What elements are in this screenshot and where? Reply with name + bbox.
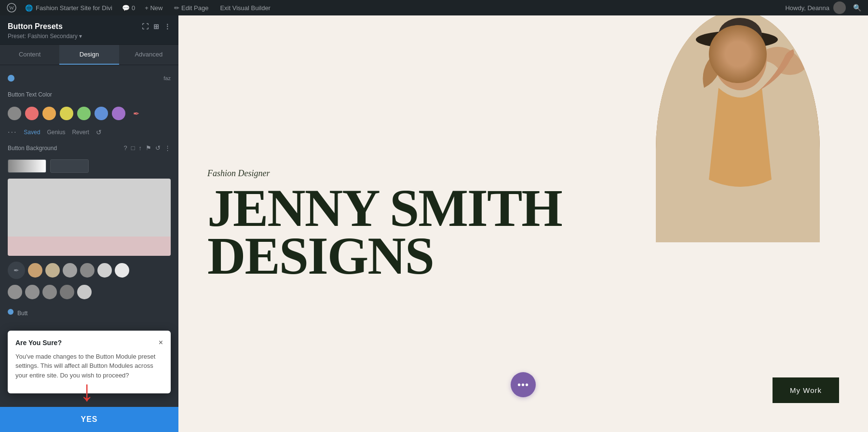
confirm-close-button[interactable]: × — [159, 338, 163, 347]
svg-point-5 — [719, 18, 762, 52]
purple-dots-button[interactable]: ••• — [511, 372, 536, 397]
hero-arch-image — [656, 15, 820, 242]
action-row: ··· Saved Genius Revert ↺ — [8, 126, 171, 139]
exit-vb-label: Exit Visual Builder — [220, 4, 271, 12]
swatch-gray[interactable] — [8, 107, 21, 120]
edit-page-button[interactable]: ✏ Edit Page — [168, 4, 214, 12]
swatch-purple[interactable] — [112, 107, 125, 120]
swatch-tan[interactable] — [28, 263, 42, 278]
help-icon[interactable]: ? — [123, 144, 127, 152]
color-input-left[interactable] — [8, 159, 46, 173]
swatch-gray8[interactable] — [42, 285, 57, 299]
up-icon[interactable]: ↑ — [139, 144, 142, 152]
panel-title: Button Presets ⛶ ⊞ ⋮ — [8, 22, 171, 31]
howdy-section: Howdy, Deanna — [781, 1, 850, 14]
purple-dots-icon: ••• — [517, 379, 529, 390]
my-work-button[interactable]: My Work — [773, 377, 839, 403]
yes-button-container: Yes — [0, 407, 178, 432]
swatch-row-2 — [8, 285, 171, 299]
color-inputs-row — [8, 159, 171, 173]
swatch-gray10[interactable] — [77, 285, 92, 299]
more-bg-icon[interactable]: ⋮ — [164, 144, 171, 152]
svg-point-3 — [714, 28, 767, 90]
comment-count[interactable]: 💬 0 — [118, 4, 139, 12]
color-swatches: ✒ — [8, 107, 171, 120]
swatch-blue[interactable] — [95, 107, 108, 120]
search-icon[interactable]: 🔍 — [850, 0, 864, 15]
main-layout: Button Presets ⛶ ⊞ ⋮ Preset: Fashion Sec… — [0, 15, 868, 432]
svg-point-4 — [696, 31, 778, 48]
bg-icons: ? □ ↑ ⚑ ↺ ⋮ — [123, 144, 171, 152]
swatch-midgray[interactable] — [63, 263, 77, 278]
svg-text:W: W — [9, 5, 14, 11]
swatch-red[interactable] — [25, 107, 39, 120]
swatch-green[interactable] — [77, 107, 91, 120]
pen-tool-icon[interactable]: ✒ — [129, 107, 143, 120]
color-label-right: faz — [163, 75, 171, 81]
confirm-dialog-body: You've made changes to the Button Module… — [15, 352, 163, 380]
butt-row: Butt — [8, 307, 171, 317]
swatch-gray6[interactable] — [8, 285, 22, 299]
panel-header: Button Presets ⛶ ⊞ ⋮ Preset: Fashion Sec… — [0, 15, 178, 45]
left-panel: Button Presets ⛶ ⊞ ⋮ Preset: Fashion Sec… — [0, 15, 178, 432]
revert-button[interactable]: Revert — [72, 129, 89, 136]
edit-page-label: ✏ Edit Page — [174, 4, 208, 12]
button-background-label: Button Background — [8, 145, 120, 152]
more-icon[interactable]: ⋮ — [164, 23, 171, 30]
site-name[interactable]: 🌐 Fashion Starter Site for Divi — [19, 4, 118, 12]
new-item-label: + New — [145, 4, 163, 12]
exit-visual-builder-button[interactable]: Exit Visual Builder — [214, 4, 276, 12]
swatch-orange[interactable] — [42, 107, 56, 120]
hero-text: Fashion Designer JENNY SMITH DESIGNS — [207, 168, 562, 279]
pen-circle-button[interactable]: ✒ — [8, 262, 25, 279]
tab-advanced[interactable]: Advanced — [119, 45, 178, 65]
site-name-text: Fashion Starter Site for Divi — [36, 4, 112, 12]
yes-button-label: Yes — [81, 415, 97, 424]
saved-label: Saved — [24, 129, 40, 136]
preview-box-inner — [8, 237, 171, 256]
wp-logo-icon[interactable]: W — [4, 0, 19, 15]
swatch-yellow[interactable] — [60, 107, 73, 120]
panel-title-text: Button Presets — [8, 22, 63, 31]
hero-name: JENNY SMITH DESIGNS — [207, 184, 562, 279]
swatch-gray7[interactable] — [25, 285, 40, 299]
panel-tabs: Content Design Advanced — [0, 45, 178, 65]
color-circle-top — [8, 75, 14, 82]
swatch-gray9[interactable] — [60, 285, 74, 299]
mobile-icon[interactable]: □ — [131, 144, 135, 152]
panel-preset-selector[interactable]: Preset: Fashion Secondary ▾ — [8, 33, 171, 40]
genius-button[interactable]: Genius — [47, 129, 65, 136]
swatch-verylight[interactable] — [115, 263, 129, 278]
button-text-color-label: Button Text Color — [8, 91, 171, 98]
my-work-label: My Work — [790, 386, 822, 394]
page-preview: Fashion Designer JENNY SMITH DESIGNS Bas… — [178, 15, 868, 432]
confirm-dialog-header: Are You Sure? × — [15, 338, 163, 347]
comment-icon: 💬 — [122, 4, 130, 12]
hero-content: Fashion Designer JENNY SMITH DESIGNS Bas… — [178, 15, 868, 432]
layout-icon[interactable]: ⊞ — [153, 23, 159, 30]
fullscreen-icon[interactable]: ⛶ — [142, 23, 149, 30]
new-item-button[interactable]: + New — [139, 4, 168, 12]
action-dots: ··· — [8, 128, 17, 137]
swatch-darkgray3[interactable] — [80, 263, 95, 278]
comment-count-text: 0 — [132, 4, 135, 12]
tab-design[interactable]: Design — [59, 45, 119, 65]
yes-button[interactable]: Yes — [0, 407, 178, 432]
person-silhouette — [656, 15, 820, 242]
fashion-designer-label: Fashion Designer — [207, 168, 562, 178]
reset-icon[interactable]: ↺ — [96, 128, 102, 136]
tab-content[interactable]: Content — [0, 45, 59, 65]
hero-name-line2: DESIGNS — [207, 226, 434, 285]
confirm-dialog-title: Are You Sure? — [15, 339, 62, 347]
swatch-sand[interactable] — [45, 263, 60, 278]
color-input-right[interactable] — [50, 159, 89, 173]
wp-admin-bar: W 🌐 Fashion Starter Site for Divi 💬 0 + … — [0, 0, 868, 15]
butt-label: Butt — [17, 310, 27, 317]
swatch-lightgray3[interactable] — [97, 263, 112, 278]
howdy-text: Howdy, Deanna — [785, 4, 829, 12]
pin-icon[interactable]: ⚑ — [146, 144, 151, 152]
panel-title-icons: ⛶ ⊞ ⋮ — [142, 23, 171, 30]
avatar — [833, 1, 846, 14]
undo-icon[interactable]: ↺ — [155, 144, 161, 152]
preset-label-text: Preset: Fashion Secondary ▾ — [8, 33, 82, 40]
